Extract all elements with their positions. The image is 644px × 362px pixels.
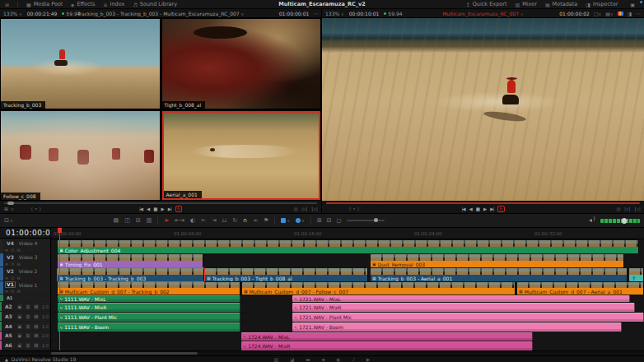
timeline-clip[interactable]: ▣Dust_Removal_003 [371,254,624,267]
source-zoom-select[interactable]: 133% ∨ [3,11,22,16]
timeline-title[interactable]: Multicam_Escaramuza_RC_007 ∨ [442,11,523,16]
timeline-clip[interactable]: ∿1724.WAV - MixR [241,341,533,350]
track-id-V4[interactable]: V4 [5,240,16,247]
audio-meter[interactable] [600,219,640,223]
flag-button[interactable]: ⚑ [264,217,268,224]
timeline-clip[interactable]: ▣Timing_Fix_001 [58,254,203,267]
timeline-timecode[interactable]: 01:00:00:02 [0,228,50,239]
fairlight-page-icon[interactable]: ♪ [352,357,355,362]
track-lane-A3[interactable]: ∿1111.WAV - Plant Mic∿1721.WAV - Plant M… [51,313,644,322]
metadata-button[interactable]: ▤Metadata [545,1,577,7]
transport-button-2[interactable]: ■ [476,207,479,211]
track-header-V1[interactable]: V1Video 1≡⊡⊟ [0,281,50,294]
effects-button[interactable]: ◈Effects [71,1,96,7]
mode-icon-0[interactable]: ▤ [114,217,119,224]
transport-button-2[interactable]: ■ [153,207,156,211]
track-id-A6[interactable]: A6 [3,342,14,349]
track-icon-1[interactable]: ⊡ [11,289,14,294]
timeline-clip[interactable]: ▦Multicam_Custom_d_007 - Tracking_b_002 [58,282,240,295]
timeline-clip[interactable]: ∿1721.WAV - Boom [292,323,622,332]
track-header-A4[interactable]: A4▪SM2.0 [0,322,50,331]
track-icon-0[interactable]: ≡ [5,248,8,253]
transport-button-4[interactable]: ▶| [490,207,493,211]
media-page-icon[interactable]: ▥ [274,357,278,362]
timeline-ruler[interactable]: 01:00:00:0001:00:08:0001:00:16:0001:00:2… [51,228,644,239]
track-icon-2[interactable]: ⊟ [16,248,20,253]
timeline-clip[interactable]: ∿1111.WAV - Boom [58,323,240,332]
solo-button[interactable]: S [26,304,30,309]
mode-icon-1[interactable]: ◫ [124,217,130,224]
mute-button[interactable]: M [34,314,39,319]
track-icon-1[interactable]: ⊡ [11,262,14,267]
timeline-clip[interactable]: ▦Tracking_b_003 - Aerial_a_001 [371,268,628,281]
track-id-A5[interactable]: A5 [3,332,14,339]
track-lane-V3[interactable]: ▣Timing_Fix_001▣Dust_Removal_003 [51,254,644,267]
transport-button-1[interactable]: ◀ [469,207,472,211]
transport-extra-icon-1[interactable]: ▷| [302,206,308,211]
loop-button[interactable]: ↻ [497,206,504,212]
playhead[interactable] [59,228,60,350]
lock-icon[interactable]: ▪ [17,333,22,338]
sound-library-button[interactable]: ♬Sound Library [133,1,177,7]
transport-button-4[interactable]: ▶| [168,207,171,211]
solo-button[interactable]: S [26,314,30,319]
mute-button[interactable]: M [34,333,39,338]
track-id-A4[interactable]: A4 [3,323,14,330]
mode-icon-2[interactable]: ⊟ [136,217,141,224]
timeline-clip[interactable]: ▦Multicam_Custom_d_007 - Aerial_a_001 [517,282,644,295]
track-lane-A1[interactable]: ∿1111.WAV - MixL∿1721.WAV - MixL [51,295,644,302]
angle-tile-aerial-active[interactable]: Aerial_a_001 [162,111,321,201]
mute-button[interactable]: M [34,304,39,309]
mode-icon-3[interactable]: ▥ [147,217,152,224]
track-icon-2[interactable]: ⊟ [16,262,20,267]
track-icon-0[interactable]: ≡ [5,289,8,294]
timeline-viewer-menu[interactable]: ··· [636,11,641,16]
timeline-clip[interactable]: ∿1111.WAV - Plant Mic [58,313,240,322]
mute-button[interactable]: M [34,343,39,348]
timeline-clip[interactable]: ∿1724.WAV - MixL [241,332,533,341]
speaker-icon[interactable] [589,217,596,224]
zoom-tool-2[interactable]: ◻ [336,217,341,224]
mixer-button[interactable]: ▥Mixer [515,1,536,7]
timeline-clip[interactable]: T [629,268,644,281]
transport-button-3[interactable]: ▶ [161,207,164,211]
track-lane-A2[interactable]: ∿1111.WAV - MixR∿1721.WAV - MixR [51,303,644,312]
lock-icon[interactable]: ▪ [17,314,22,319]
volume-knob[interactable] [622,218,627,224]
timeline-clip[interactable]: ▣Color_Adjustment_004 [58,240,639,253]
track-id-V1[interactable]: V1 [5,281,16,288]
replace-clip[interactable]: ↻ [232,217,237,224]
timeline-view-options[interactable]: ⊡∨ [4,217,13,224]
solo-button[interactable]: S [26,333,30,338]
zoom-tool-1[interactable]: ⊟ [327,217,332,224]
track-icon-1[interactable]: ⊡ [11,276,14,281]
track-header-V2[interactable]: V2Video 2≡⊡⊟ [0,267,50,281]
camera-select-icon[interactable]: ▤∨ [605,11,613,16]
solo-button[interactable]: S [26,324,30,329]
selection-tool[interactable]: ➤ [164,217,169,224]
razor-tool[interactable]: ✂ [201,217,206,224]
timeline-viewer-image[interactable] [322,18,644,201]
insert-clip[interactable]: ⇥ [212,217,217,224]
transport-button-0[interactable]: |◀ [461,207,464,211]
track-id-V3[interactable]: V3 [5,254,16,261]
dual-viewer-icon[interactable]: ◨ [628,11,632,16]
track-header-A3[interactable]: A3▪SM2.0 [0,312,50,321]
marker-color-select[interactable]: ∨ [296,218,305,223]
overwrite-clip[interactable]: ⊔ [222,217,226,224]
angle-tile-tracking[interactable]: Tracking_b_003 [1,19,160,109]
transport-button-3[interactable]: ▶ [483,207,486,211]
resolution-select-icon[interactable]: ▢∨ [594,11,601,16]
loop-button[interactable]: ↻ [175,206,182,212]
timeline-clip[interactable]: ∿1111.WAV - MixR [58,303,240,312]
workspace-button[interactable]: ⊞ [5,2,9,7]
angle-tile-tight[interactable]: Tight_b_008_al [162,19,321,109]
jog-control[interactable]: ( • ) [349,206,359,211]
track-icon-0[interactable]: ≡ [5,276,8,281]
edit-page-icon[interactable]: ▬ [306,357,310,362]
index-button[interactable]: ≡Index [103,1,124,7]
track-header-A2[interactable]: A2▪SM2.0 [0,302,50,311]
fusion-page-icon[interactable]: ◈ [321,357,324,362]
color-page-icon[interactable]: ◐ [337,357,341,362]
track-icon-2[interactable]: ⊟ [16,276,20,281]
